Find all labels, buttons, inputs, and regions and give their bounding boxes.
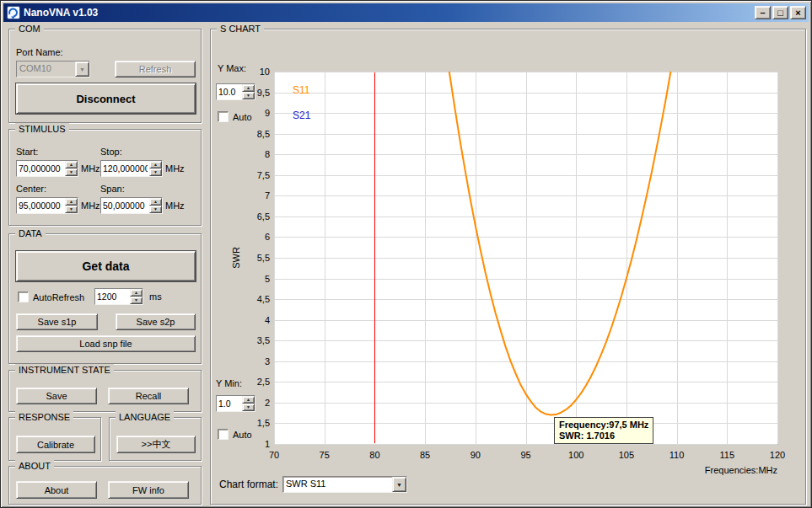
maximize-icon: □ bbox=[777, 8, 783, 18]
chart-format-value: SWR S11 bbox=[283, 477, 392, 492]
spin-down-icon[interactable]: ▼ bbox=[130, 297, 143, 304]
ymax-input[interactable] bbox=[217, 84, 242, 99]
svg-text:100: 100 bbox=[568, 450, 583, 460]
spin-down-icon[interactable]: ▼ bbox=[149, 206, 162, 213]
spin-down-icon[interactable]: ▼ bbox=[242, 92, 255, 99]
spin-down-icon[interactable]: ▼ bbox=[65, 206, 78, 213]
spin-down-icon[interactable]: ▼ bbox=[149, 168, 162, 176]
tooltip-swr: SWR: 1.7016 bbox=[559, 430, 648, 441]
minimize-button[interactable]: – bbox=[755, 6, 771, 19]
checkbox-box[interactable] bbox=[218, 429, 229, 440]
disconnect-button[interactable]: Disconnect bbox=[16, 83, 196, 114]
swr-chart[interactable]: 70758085909510010511011512011,522,533,54… bbox=[228, 65, 788, 478]
spin-up-icon[interactable]: ▲ bbox=[65, 161, 78, 168]
save-label: Save bbox=[46, 391, 67, 401]
stop-spinner[interactable]: ▲ ▼ bbox=[100, 160, 163, 177]
port-name-label: Port Name: bbox=[16, 47, 63, 58]
stop-input[interactable] bbox=[101, 161, 149, 176]
interval-input[interactable] bbox=[95, 289, 130, 304]
calibrate-button[interactable]: Calibrate bbox=[16, 436, 95, 453]
svg-text:7: 7 bbox=[265, 190, 270, 201]
ymax-auto-label: Auto bbox=[233, 112, 252, 122]
language-button-label: >>中文 bbox=[142, 438, 171, 451]
save-s2p-button[interactable]: Save s2p bbox=[116, 313, 196, 330]
spin-up-icon[interactable]: ▲ bbox=[130, 289, 143, 297]
load-snp-button[interactable]: Load snp file bbox=[16, 335, 196, 352]
ymin-input[interactable] bbox=[217, 396, 242, 411]
center-label: Center: bbox=[16, 184, 46, 195]
maximize-button[interactable]: □ bbox=[772, 6, 788, 19]
svg-text:8,5: 8,5 bbox=[257, 129, 270, 139]
language-group-label: LANGUAGE bbox=[116, 411, 174, 423]
autorefresh-checkbox[interactable]: AutoRefresh bbox=[18, 291, 84, 302]
chart-format-label: Chart format: bbox=[219, 479, 278, 490]
center-spinner[interactable]: ▲ ▼ bbox=[16, 197, 78, 214]
port-combobox[interactable]: COM10 ▼ bbox=[16, 61, 90, 78]
svg-text:8: 8 bbox=[265, 149, 270, 159]
svg-text:9,5: 9,5 bbox=[257, 88, 270, 98]
svg-text:5,5: 5,5 bbox=[257, 253, 270, 263]
spin-up-icon[interactable]: ▲ bbox=[242, 84, 255, 92]
com-group-label: COM bbox=[15, 23, 44, 35]
spin-up-icon[interactable]: ▲ bbox=[65, 198, 78, 206]
fw-info-label: FW info bbox=[132, 485, 164, 495]
autorefresh-label: AutoRefresh bbox=[33, 292, 84, 302]
center-input[interactable] bbox=[17, 198, 65, 213]
checkbox-box[interactable] bbox=[218, 111, 229, 122]
dropdown-icon[interactable]: ▼ bbox=[75, 61, 89, 77]
interval-spinner[interactable]: ▲ ▼ bbox=[94, 288, 143, 305]
start-input[interactable] bbox=[17, 161, 65, 176]
svg-text:95: 95 bbox=[520, 450, 530, 460]
dropdown-icon[interactable]: ▼ bbox=[392, 477, 406, 492]
about-button[interactable]: About bbox=[16, 481, 97, 499]
language-button[interactable]: >>中文 bbox=[116, 436, 196, 453]
ymin-spinner[interactable]: ▲ ▼ bbox=[216, 395, 255, 412]
chart-container: 70758085909510010511011512011,522,533,54… bbox=[228, 65, 788, 478]
stop-label: Stop: bbox=[100, 147, 122, 158]
save-button[interactable]: Save bbox=[16, 388, 97, 404]
checkbox-box[interactable] bbox=[18, 291, 29, 302]
spin-up-icon[interactable]: ▲ bbox=[242, 396, 255, 404]
svg-text:105: 105 bbox=[619, 450, 634, 460]
save-s1p-button[interactable]: Save s1p bbox=[16, 313, 98, 330]
recall-button[interactable]: Recall bbox=[108, 388, 189, 404]
refresh-label: Refresh bbox=[139, 64, 172, 74]
svg-text:110: 110 bbox=[669, 450, 685, 460]
close-icon: × bbox=[795, 8, 800, 18]
data-group-label: DATA bbox=[15, 227, 46, 239]
com-group: COM Port Name: COM10 ▼ Refresh Disconnec… bbox=[8, 29, 202, 123]
span-input[interactable] bbox=[101, 198, 149, 213]
ymax-label: Y Max: bbox=[218, 63, 246, 74]
legend-s21: S21 bbox=[293, 110, 311, 121]
data-group: DATA Get data AutoRefresh ▲ ▼ ms Save s1… bbox=[8, 233, 202, 364]
span-spinner[interactable]: ▲ ▼ bbox=[100, 197, 163, 214]
svg-text:90: 90 bbox=[471, 450, 481, 460]
fw-info-button[interactable]: FW info bbox=[108, 481, 189, 499]
chart-format-combobox[interactable]: SWR S11 ▼ bbox=[282, 476, 407, 493]
port-value: COM10 bbox=[17, 61, 75, 77]
svg-text:2,5: 2,5 bbox=[257, 377, 270, 387]
svg-text:9: 9 bbox=[265, 108, 270, 118]
center-unit-label: MHz bbox=[81, 201, 100, 211]
interval-unit-label: ms bbox=[149, 291, 162, 302]
spin-down-icon[interactable]: ▼ bbox=[65, 168, 78, 176]
ymax-auto-checkbox[interactable]: Auto bbox=[218, 111, 252, 122]
y-axis-label: SWR bbox=[231, 247, 241, 269]
spin-down-icon[interactable]: ▼ bbox=[242, 404, 255, 411]
app-icon bbox=[7, 6, 20, 19]
spin-up-icon[interactable]: ▲ bbox=[149, 198, 162, 206]
span-unit-label: MHz bbox=[165, 201, 185, 211]
save-s2p-label: Save s2p bbox=[137, 317, 175, 327]
about-group: ABOUT About FW info bbox=[8, 466, 202, 505]
svg-text:6,5: 6,5 bbox=[257, 211, 270, 222]
ymin-auto-label: Auto bbox=[233, 430, 252, 440]
close-button[interactable]: × bbox=[790, 6, 806, 19]
ymin-auto-checkbox[interactable]: Auto bbox=[218, 429, 252, 440]
refresh-button[interactable]: Refresh bbox=[115, 61, 196, 78]
start-spinner[interactable]: ▲ ▼ bbox=[16, 160, 78, 177]
get-data-button[interactable]: Get data bbox=[16, 251, 196, 281]
ymax-spinner[interactable]: ▲ ▼ bbox=[216, 83, 255, 100]
svg-text:70: 70 bbox=[269, 450, 279, 460]
spin-up-icon[interactable]: ▲ bbox=[149, 161, 162, 168]
recall-label: Recall bbox=[136, 391, 162, 401]
